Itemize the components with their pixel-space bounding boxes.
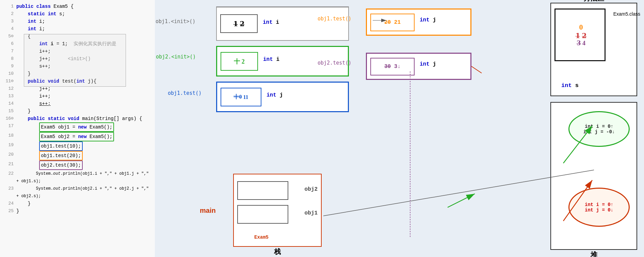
heap-label: 堆 <box>591 250 597 257</box>
obj1-test-bottom-label: obj1.test() <box>168 90 202 96</box>
obj1-init-value-box: 1̶ 2̶ <box>220 14 258 33</box>
method-area-title: 方法区 <box>584 0 604 3</box>
obj2-test30-frame: obj2.test() 30 3↓ int j <box>366 53 471 80</box>
svg-line-10 <box>448 194 475 207</box>
method-area: 方法区 Exam5.class 0 1̶ 2̶ 3̶ 4 int s <box>550 3 637 96</box>
annotation-init-box <box>24 34 126 87</box>
exam5-stack-label: Exam5 <box>254 235 269 240</box>
code-line-4: 4 int i; <box>4 25 151 33</box>
code-line-15: 15 } <box>4 107 151 115</box>
heap-obj1-oval: int i = 0↑ int j = -0↓ <box>568 111 630 147</box>
diagram-area: obj1.<init>() 1̶ 2̶ int i obj2.<init>() … <box>155 0 644 257</box>
obj2-test30-label: obj2.test() <box>318 60 351 66</box>
exam5-class-content: 0 1̶ 2̶ 3̶ 4 <box>557 13 605 57</box>
code-line-14: 14 s++; <box>4 100 151 107</box>
code-line-2: 2 static int s; <box>4 10 151 18</box>
obj1-test20-label: obj1.test() <box>318 16 351 22</box>
obj1-test-value-box: 十0 11 <box>221 88 261 106</box>
obj1-test-frame: obj1.test() 十0 11 int j <box>216 82 349 112</box>
code-line-16: 16⊖ public static void main(String[] arg… <box>4 115 151 122</box>
code-line-20: 20 obj1.test(20); <box>4 151 151 160</box>
code-line-21: 21 obj2.test(30); <box>4 160 151 170</box>
code-line-18: 18 Exam5 obj2 = new Exam5(); <box>4 132 151 141</box>
obj2-stack-label: obj2 <box>305 186 318 192</box>
heap-obj2-container: int i = 0↑ int j = 0↓ <box>565 188 633 228</box>
svg-line-2 <box>471 66 482 73</box>
code-line-19: 19 obj1.test(10); <box>4 141 151 151</box>
obj2-test30-value-box: 30 3↓ <box>370 58 415 75</box>
obj2-ref-box <box>237 181 288 200</box>
exam5-class-box: Exam5.class 0 1̶ 2̶ 3̶ 4 <box>554 8 606 61</box>
obj1-test20-value-box: 20 21 <box>370 14 415 31</box>
obj1-init-int-i: int i <box>263 19 279 25</box>
code-line-22: 22 System.out.println(obj1.i + "," + obj… <box>4 170 151 185</box>
obj2-init-value-box: 十 2 <box>221 52 258 71</box>
code-line-13: 13 i++; <box>4 92 151 100</box>
obj1-test20-frame: obj1.test() 20 21 int j <box>366 8 471 36</box>
heap-obj1-container: int i = 0↑ int j = -0↓ <box>565 111 633 149</box>
obj1-test20-int-j: int j <box>420 17 436 23</box>
obj2-init-int-i: int i <box>263 56 279 63</box>
exam5-class-label: Exam5.class <box>613 11 640 17</box>
code-line-25: 25 } <box>4 207 151 215</box>
main-label: main <box>200 206 216 214</box>
obj1-init-label: obj1.<init>() <box>156 18 195 24</box>
stack-area: main obj2 obj1 Exam5 栈 <box>233 174 322 247</box>
obj2-test30-int-j: int j <box>420 61 436 67</box>
code-line-3: 3 int i; <box>4 18 151 25</box>
obj1-stack-label: obj1 <box>305 210 318 216</box>
code-line-24: 24 } <box>4 200 151 207</box>
obj1-test-int-j: int j <box>267 92 283 98</box>
heap-obj2-oval: int i = 0↑ int j = 0↓ <box>568 188 630 227</box>
code-panel: 1 public class Exam5 { 2 static int s; 3… <box>0 0 155 257</box>
int-s-label: int s <box>561 82 579 89</box>
heap-area: 堆 int i = 0↑ int j = -0↓ int i = 0↑ int … <box>550 102 637 250</box>
code-line-23: 23 System.out.println(obj2.i + "," + obj… <box>4 185 151 200</box>
code-line-1: 1 public class Exam5 { <box>4 3 151 10</box>
obj2-init-label: obj2.<init>() <box>156 54 196 60</box>
obj1-ref-box <box>237 205 288 224</box>
obj1-init-frame: obj1.<init>() 1̶ 2̶ int i <box>216 7 349 41</box>
stack-label: 栈 <box>274 247 281 256</box>
code-line-17: 17 Exam5 obj1 = new Exam5(); <box>4 122 151 132</box>
